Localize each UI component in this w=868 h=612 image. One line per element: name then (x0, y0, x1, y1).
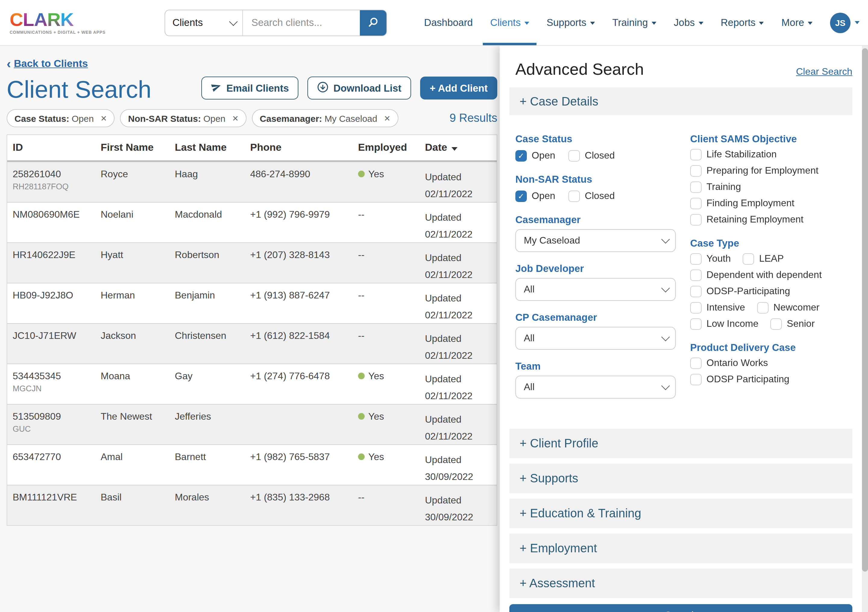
column-header-last-name[interactable]: Last Name (175, 142, 250, 154)
life-stabilization-checkbox[interactable]: ✓ (690, 149, 702, 160)
add-client-button[interactable]: + Add Client (420, 76, 497, 99)
email-clients-button[interactable]: Email Clients (201, 76, 298, 99)
column-header-date[interactable]: Date (425, 142, 497, 154)
section-education-training[interactable]: + Education & Training (509, 499, 852, 528)
download-list-button[interactable]: Download List (307, 76, 411, 99)
cp-casemanager-label: CP Casemanager (515, 312, 676, 323)
employed-status: -- (358, 290, 425, 323)
casemanager-select[interactable]: My Caseload (515, 229, 676, 252)
table-row[interactable]: BM111121VRE Basil Morales +1 (835) 133-2… (7, 485, 497, 525)
panel-scrollbar-thumb[interactable] (862, 48, 868, 572)
clark-logo[interactable]: C L A R K COMMUNICATIONS + DIGITAL + WEB… (10, 11, 105, 34)
column-header-phone[interactable]: Phone (250, 142, 358, 154)
table-row[interactable]: JC10-J71ERW Jackson Christensen +1 (612)… (7, 323, 497, 363)
client-id: 258261040 (12, 169, 101, 180)
panel-search-button[interactable]: Search (509, 604, 852, 612)
close-icon[interactable]: ✕ (232, 113, 239, 123)
case-status-closed-checkbox[interactable]: ✓ (569, 150, 580, 161)
intensive-checkbox[interactable]: ✓ (690, 302, 702, 313)
logo-letter: L (23, 11, 34, 29)
search-submit-button[interactable] (360, 10, 386, 35)
section-assessment[interactable]: + Assessment (509, 569, 852, 598)
table-row[interactable]: NM080690M6E Noelani Macdonald +1 (992) 7… (7, 202, 497, 242)
search-input[interactable] (243, 10, 360, 35)
user-menu[interactable]: JS (830, 12, 860, 33)
table-row[interactable]: 653472770 Amal Barnett +1 (982) 765-5837… (7, 444, 497, 485)
chevron-left-icon: ‹ (7, 59, 11, 69)
global-search: Clients (164, 9, 387, 36)
results-count: 9 Results (450, 112, 497, 125)
client-id: BM111121VRE (12, 492, 101, 503)
first-name: Amal (101, 452, 175, 485)
odsp-participating-checkbox[interactable]: ✓ (690, 286, 702, 297)
date-updated: Updated02/11/2022 (425, 169, 497, 202)
section-employment[interactable]: + Employment (509, 534, 852, 563)
nav-item-clients[interactable]: Clients (490, 0, 529, 45)
column-header-first-name[interactable]: First Name (101, 142, 175, 154)
section-supports[interactable]: + Supports (509, 464, 852, 493)
preparing-for-employment-checkbox[interactable]: ✓ (690, 165, 702, 176)
chevron-down-icon (229, 17, 237, 26)
client-id: 513509809 (12, 411, 101, 422)
table-row[interactable]: 513509809GUC The Newest Jefferies Yes Up… (7, 404, 497, 444)
nav-label: Supports (546, 17, 586, 28)
ontario-works-checkbox[interactable]: ✓ (690, 357, 702, 369)
caret-down-icon (590, 22, 595, 25)
employed-status: -- (358, 331, 425, 363)
client-id: 534435345 (12, 371, 101, 382)
table-row[interactable]: HR140622J9E Hyatt Robertson +1 (207) 328… (7, 242, 497, 283)
non-sar-closed-checkbox[interactable]: ✓ (569, 190, 580, 202)
newcomer-checkbox[interactable]: ✓ (757, 302, 769, 313)
last-name: Macdonald (175, 209, 250, 242)
leap-checkbox[interactable]: ✓ (743, 253, 754, 264)
training-checkbox[interactable]: ✓ (690, 181, 702, 193)
low-income-checkbox[interactable]: ✓ (690, 318, 702, 329)
caret-down-icon (524, 22, 529, 25)
nav-item-reports[interactable]: Reports (721, 0, 764, 45)
client-id: HR140622J9E (12, 250, 101, 261)
search-scope-select[interactable]: Clients (165, 10, 243, 35)
job-developer-select[interactable]: All (515, 278, 676, 301)
table-row[interactable]: HB09-J92J8O Herman Benjamin +1 (913) 887… (7, 283, 497, 323)
senior-checkbox[interactable]: ✓ (770, 318, 782, 329)
select-value: My Caseload (524, 235, 580, 246)
column-header-id[interactable]: ID (7, 142, 101, 154)
send-icon (211, 81, 222, 95)
dependent-with-dependent-checkbox[interactable]: ✓ (690, 269, 702, 281)
odsp-participating-pd-checkbox[interactable]: ✓ (690, 374, 702, 385)
nav-item-dashboard[interactable]: Dashboard (424, 0, 473, 45)
case-status-open-checkbox[interactable]: ✓ (515, 150, 527, 161)
table-row[interactable]: 534435345MGCJN Moana Gay +1 (274) 776-64… (7, 363, 497, 404)
team-select[interactable]: All (515, 376, 676, 399)
section-client-profile[interactable]: + Client Profile (509, 429, 852, 458)
close-icon[interactable]: ✕ (100, 113, 107, 123)
nav-item-more[interactable]: More (781, 0, 812, 45)
non-sar-open-checkbox[interactable]: ✓ (515, 190, 527, 202)
filter-chip-case-status: Case Status: Open ✕ (7, 109, 115, 127)
nav-label: Dashboard (424, 17, 473, 28)
nav-item-jobs[interactable]: Jobs (674, 0, 704, 45)
cp-casemanager-select[interactable]: All (515, 327, 676, 350)
nav-item-training[interactable]: Training (612, 0, 656, 45)
avatar: JS (830, 12, 851, 33)
first-name: Royce (101, 169, 175, 202)
sort-desc-icon (451, 147, 457, 151)
download-icon (317, 81, 329, 95)
search-scope-value: Clients (172, 17, 203, 28)
checkbox-label: Low Income (707, 318, 759, 329)
date-updated: Updated02/11/2022 (425, 290, 497, 323)
clear-search-link[interactable]: Clear Search (796, 66, 852, 77)
retaining-employment-checkbox[interactable]: ✓ (690, 214, 702, 225)
sams-objective-label: Client SAMS Objective (690, 133, 852, 145)
client-sub-id: MGCJN (12, 384, 101, 393)
youth-checkbox[interactable]: ✓ (690, 253, 702, 264)
section-case-details[interactable]: + Case Details (509, 87, 852, 115)
table-row[interactable]: 258261040RH281187FOQ Royce Haag 486-274-… (7, 162, 497, 202)
back-to-clients-link[interactable]: ‹ Back to Clients (7, 58, 88, 70)
finding-employment-checkbox[interactable]: ✓ (690, 197, 702, 209)
nav-item-supports[interactable]: Supports (546, 0, 595, 45)
check-icon: ✓ (518, 192, 524, 200)
employed-status: -- (358, 209, 425, 242)
close-icon[interactable]: ✕ (384, 113, 391, 123)
column-header-employed[interactable]: Employed (358, 142, 425, 154)
